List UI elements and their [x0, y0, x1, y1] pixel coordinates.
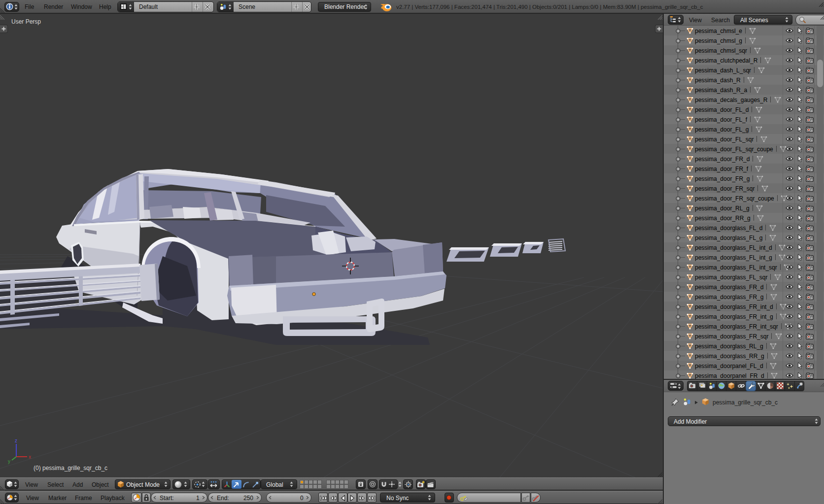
svg-text:x: x [29, 454, 31, 460]
svg-text:y: y [8, 459, 10, 464]
svg-text:z: z [15, 438, 17, 443]
